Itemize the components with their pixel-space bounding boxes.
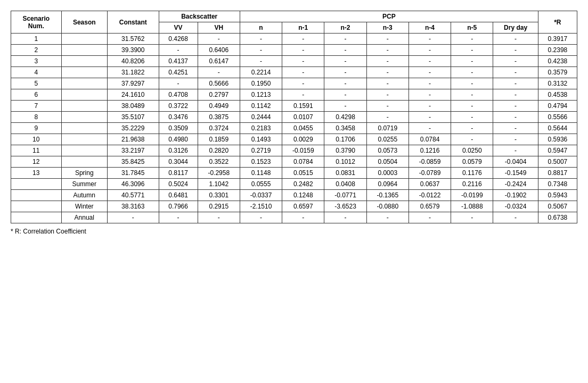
table-cell: - [198,34,240,45]
table-cell: 40.8206 [107,56,159,67]
header-season: Season [61,11,107,34]
table-cell: - [240,34,282,45]
header-n: n [240,22,282,34]
table-cell: 0.0107 [282,112,324,123]
table-cell: 0.0784 [409,134,451,145]
table-cell: -0.0159 [282,145,324,156]
table-cell: - [451,134,493,145]
table-cell: 0.0831 [324,168,366,179]
table-cell: 0.1216 [409,145,451,156]
table-cell: - [282,45,324,56]
table-cell: - [451,67,493,78]
table-cell: - [409,56,451,67]
table-cell: - [451,101,493,112]
table-cell: 0.2797 [198,89,240,101]
table-container: ScenarioNum. Season Constant Backscatter… [11,11,577,235]
table-cell: - [409,34,451,45]
table-cell [61,45,107,56]
table-cell: -2.1510 [240,201,282,212]
table-cell: 0.6738 [538,212,577,223]
table-cell: - [409,67,451,78]
table-cell: 0.0784 [282,156,324,168]
table-cell: - [493,145,538,156]
table-cell: -0.0337 [240,190,282,201]
table-cell: 0.0003 [366,168,409,179]
table-cell: - [282,34,324,45]
table-cell: 0.1248 [282,190,324,201]
table-row: 935.22290.35090.37240.21830.04550.34580.… [11,123,577,134]
table-cell: 0.3917 [538,34,577,45]
table-cell: 38.3163 [107,201,159,212]
table-cell [61,123,107,134]
table-cell: -0.0199 [451,190,493,201]
table-cell: -0.0859 [409,156,451,168]
table-cell: 0.1950 [240,78,282,89]
table-cell: 39.3900 [107,45,159,56]
table-cell: 0.2214 [240,67,282,78]
table-cell: - [409,212,451,223]
table-cell: 0.4251 [159,67,198,78]
table-cell: -0.0122 [409,190,451,201]
table-cell [61,156,107,168]
table-cell: - [198,67,240,78]
table-cell: 0.6597 [282,201,324,212]
table-cell [61,67,107,78]
table-cell: 0.6147 [198,56,240,67]
table-cell: -0.2424 [493,179,538,190]
table-cell: 0.0504 [366,156,409,168]
table-cell: - [451,45,493,56]
table-cell: - [493,212,538,223]
table-cell: 31.1822 [107,67,159,78]
table-cell: - [159,45,198,56]
table-cell: 6 [11,89,62,101]
table-cell: 0.4298 [324,112,366,123]
table-row: Summer46.30960.50241.10420.05550.24820.0… [11,179,577,190]
table-cell: 0.4708 [159,89,198,101]
table-cell [61,56,107,67]
table-cell: 0.4268 [159,34,198,45]
table-cell: - [451,78,493,89]
table-cell: 0.2915 [198,201,240,212]
table-cell: -0.1365 [366,190,409,201]
table-cell: 0.2482 [282,179,324,190]
header-n2: n-2 [324,22,366,34]
header-backscatter: Backscatter [159,11,240,22]
table-cell: 0.5936 [538,134,577,145]
table-cell: - [409,78,451,89]
header-vv: VV [159,22,198,34]
table-cell: -0.0771 [324,190,366,201]
table-cell: -0.0789 [409,168,451,179]
table-cell: - [366,212,409,223]
table-cell: Winter [61,201,107,212]
header-dryday: Dry day [493,22,538,34]
table-cell: 37.9297 [107,78,159,89]
table-cell: 0.1148 [240,168,282,179]
table-cell: - [282,78,324,89]
table-cell: 0.3522 [198,156,240,168]
table-cell: 0.3790 [324,145,366,156]
table-cell: - [409,89,451,101]
table-cell: 12 [11,156,62,168]
footnote: * R: Correlation Coefficient [11,228,577,235]
table-cell: 0.2444 [240,112,282,123]
table-row: 239.3900-0.6406-------0.2398 [11,45,577,56]
table-cell: - [366,89,409,101]
table-cell: - [107,212,159,223]
table-cell: 0.1176 [451,168,493,179]
table-cell: 0.5007 [538,156,577,168]
table-row: 624.16100.47080.27970.1213------0.4538 [11,89,577,101]
table-cell: 0.3044 [159,156,198,168]
table-cell: 0.3722 [159,101,198,112]
table-cell: 0.7966 [159,201,198,212]
table-row: 13Spring31.78450.8117-0.29580.11480.0515… [11,168,577,179]
table-cell: 35.8425 [107,156,159,168]
table-cell: 31.5762 [107,34,159,45]
table-cell: 11 [11,145,62,156]
table-cell: 0.3476 [159,112,198,123]
table-cell: Autumn [61,190,107,201]
table-cell: 0.1493 [240,134,282,145]
table-cell: 0.3509 [159,123,198,134]
table-cell: - [493,134,538,145]
table-cell: - [409,112,451,123]
table-cell: 10 [11,134,62,145]
